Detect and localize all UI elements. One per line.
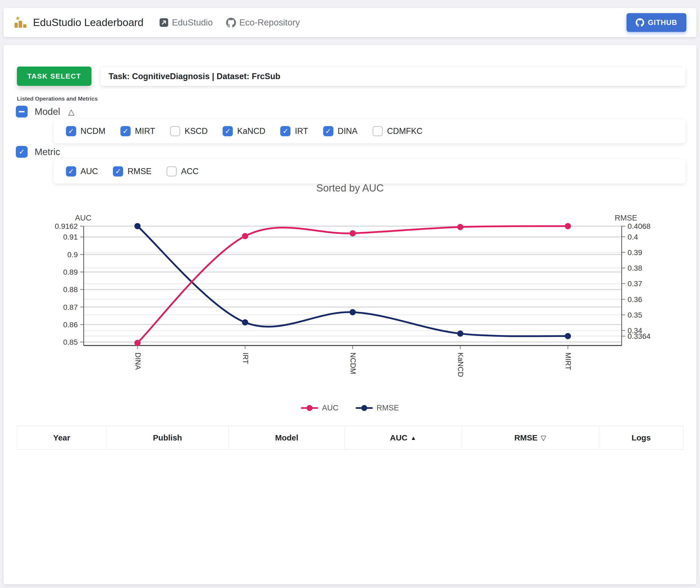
- column-header-publish: Publish: [106, 426, 229, 450]
- sort-descending-icon[interactable]: ▽: [541, 434, 546, 442]
- chart-legend: AUC RMSE: [3, 403, 697, 412]
- right-axis-tick-label: 0.36: [628, 295, 642, 304]
- x-axis-category-label: IRT: [241, 352, 249, 364]
- leaderboard-table: Year Publish Model AUC▲ RMSE▽ Logs: [17, 426, 683, 450]
- github-button[interactable]: GITHUB: [627, 13, 687, 32]
- filter-option-kscd[interactable]: KSCD: [170, 126, 208, 136]
- x-axis-category-label: DINA: [134, 352, 142, 370]
- task-summary-bar: Task: CognitiveDiagnosis | Dataset: FrcS…: [101, 67, 685, 86]
- filter-option-label: KaNCD: [237, 126, 265, 136]
- filter-option-ncdm[interactable]: ✓NCDM: [66, 126, 105, 136]
- auc-point-IRT[interactable]: [242, 233, 248, 239]
- filter-option-label: AUC: [80, 167, 98, 176]
- check-icon: ✓: [325, 128, 331, 135]
- rmse-point-KaNCD[interactable]: [457, 330, 463, 337]
- auc-line: [138, 226, 568, 343]
- checkbox-unchecked[interactable]: [373, 126, 383, 136]
- legend-label: AUC: [322, 403, 338, 412]
- external-link-icon: [159, 18, 169, 27]
- checkbox-checked[interactable]: ✓: [66, 126, 76, 136]
- column-header-year: Year: [17, 426, 106, 450]
- right-axis-name: RMSE: [615, 214, 637, 222]
- checkbox-unchecked[interactable]: [170, 126, 180, 136]
- auc-legend-marker: [301, 405, 318, 411]
- x-axis-category-label: MIRT: [564, 352, 572, 370]
- checkbox-checked[interactable]: ✓: [113, 166, 123, 177]
- task-select-button[interactable]: TASK SELECT: [17, 67, 91, 86]
- filter-option-label: NCDM: [80, 126, 105, 136]
- right-axis-tick-label: 0.4: [628, 233, 638, 241]
- nav-link-eco-repository[interactable]: Eco-Repository: [226, 17, 300, 28]
- x-axis-category-label: KaNCD: [456, 352, 465, 377]
- model-options-panel: ✓NCDM✓MIRTKSCD✓KaNCD✓IRT✓DINACDMFKC: [54, 119, 685, 143]
- collapse-triangle-icon[interactable]: △: [68, 107, 74, 116]
- checkbox-checked[interactable]: ✓: [66, 166, 76, 177]
- sort-ascending-icon[interactable]: ▲: [411, 435, 416, 441]
- auc-point-MIRT[interactable]: [565, 223, 571, 229]
- filter-option-rmse[interactable]: ✓RMSE: [113, 166, 152, 177]
- left-axis-tick-label: 0.9: [67, 251, 78, 259]
- checkbox-checked[interactable]: ✓: [120, 126, 131, 136]
- left-axis-tick-label: 0.86: [63, 321, 78, 329]
- filter-option-auc[interactable]: ✓AUC: [66, 166, 98, 177]
- rmse-point-NCDM[interactable]: [350, 309, 356, 315]
- filter-group-label: Model: [35, 106, 60, 117]
- check-icon: ✓: [19, 148, 25, 156]
- filter-option-irt[interactable]: ✓IRT: [280, 126, 308, 136]
- checkbox-indeterminate[interactable]: [16, 106, 28, 117]
- checkbox-checked[interactable]: ✓: [223, 126, 233, 136]
- rmse-point-DINA[interactable]: [134, 223, 141, 229]
- check-icon: ✓: [68, 168, 74, 175]
- column-header-auc[interactable]: AUC▲: [345, 426, 462, 450]
- filter-option-mirt[interactable]: ✓MIRT: [120, 126, 155, 136]
- rmse-line: [138, 226, 568, 336]
- left-axis-tick-label: 0.91: [63, 233, 78, 241]
- filter-option-label: ACC: [181, 167, 198, 176]
- header-nav: EduStudio Eco-Repository: [159, 17, 300, 28]
- right-axis-tick-label: 0.4068: [628, 222, 651, 230]
- legend-item-rmse[interactable]: RMSE: [356, 403, 399, 412]
- filter-option-kancd[interactable]: ✓KaNCD: [223, 126, 265, 136]
- filter-option-label: CDMFKC: [387, 126, 423, 136]
- right-axis-tick-label: 0.38: [628, 264, 642, 272]
- metric-options-panel: ✓AUC✓RMSEACC: [54, 159, 685, 183]
- nav-link-edustudio[interactable]: EduStudio: [159, 17, 213, 28]
- right-axis-tick-label: 0.35: [628, 311, 642, 319]
- filter-option-label: IRT: [295, 126, 308, 136]
- check-icon: ✓: [68, 128, 74, 135]
- filter-option-acc[interactable]: ACC: [167, 166, 198, 177]
- line-chart: AUCRMSE0.91620.910.90.890.880.870.860.85…: [3, 209, 697, 413]
- minus-icon: [19, 111, 25, 112]
- check-icon: ✓: [282, 128, 289, 135]
- filter-option-label: DINA: [338, 126, 358, 136]
- auc-point-KaNCD[interactable]: [457, 224, 463, 230]
- auc-point-NCDM[interactable]: [350, 230, 356, 236]
- legend-item-auc[interactable]: AUC: [301, 403, 338, 412]
- left-axis-name: AUC: [75, 214, 91, 222]
- left-axis-tick-label: 0.88: [63, 285, 78, 294]
- filter-option-cdmfkc[interactable]: CDMFKC: [373, 126, 423, 136]
- x-axis-category-label: NCDM: [349, 352, 357, 374]
- column-header-rmse[interactable]: RMSE▽: [462, 426, 599, 450]
- checkbox-checked[interactable]: ✓: [280, 126, 290, 136]
- star-icon: [16, 16, 20, 20]
- auc-point-DINA[interactable]: [134, 340, 141, 346]
- filter-option-label: MIRT: [135, 126, 155, 136]
- filter-option-dina[interactable]: ✓DINA: [323, 126, 358, 136]
- check-icon: ✓: [115, 168, 121, 175]
- filters-caption: Listed Operations and Metrics: [17, 95, 98, 102]
- checkbox-unchecked[interactable]: [167, 166, 177, 177]
- left-axis-tick-label: 0.89: [63, 268, 78, 276]
- checkbox-checked[interactable]: ✓: [16, 146, 28, 158]
- check-icon: ✓: [123, 128, 129, 135]
- github-icon: [226, 18, 236, 28]
- check-icon: ✓: [225, 128, 231, 135]
- checkbox-checked[interactable]: ✓: [323, 126, 333, 136]
- nav-link-label: Eco-Repository: [239, 17, 300, 28]
- left-axis-tick-label: 0.87: [63, 303, 78, 311]
- rmse-point-MIRT[interactable]: [565, 333, 571, 339]
- right-axis-tick-label: 0.39: [628, 248, 642, 257]
- rmse-point-IRT[interactable]: [242, 319, 248, 325]
- app-header: EduStudio Leaderboard EduStudio Eco-Repo…: [3, 8, 697, 37]
- column-header-logs: Logs: [599, 426, 683, 450]
